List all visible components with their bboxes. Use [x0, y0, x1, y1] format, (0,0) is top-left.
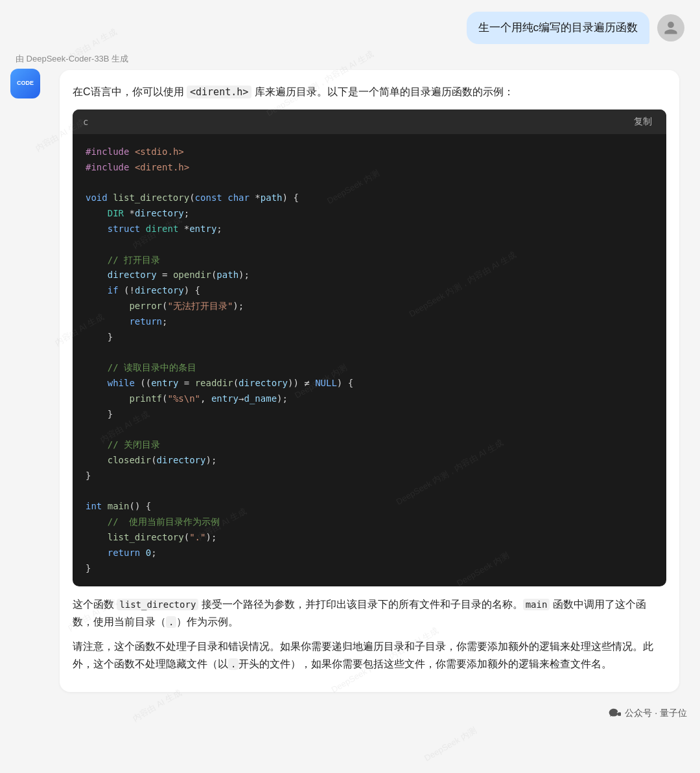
inline-code-list-directory: list_directory	[117, 599, 198, 610]
code-lang-label: c	[83, 117, 88, 127]
deepseek-logo: CODE	[10, 69, 40, 98]
bottom-bar: 公众号 · 量子位	[0, 700, 700, 730]
footer-paragraph-1: 这个函数 list_directory 接受一个路径为参数，并打印出该目录下的所…	[73, 595, 666, 630]
wechat-label: 公众号 · 量子位	[625, 708, 687, 719]
footer-paragraph-2: 请注意，这个函数不处理子目录和错误情况。如果你需要递归地遍历目录和子目录，你需要…	[73, 638, 666, 673]
code-block-header: c 复制	[73, 110, 666, 134]
source-label: 由 DeepSeek-Coder-33B 生成	[0, 49, 700, 67]
user-message-text: 生一个用纯c编写的目录遍历函数	[478, 21, 638, 34]
person-icon	[663, 20, 679, 36]
inline-code-main: main	[523, 599, 550, 610]
code-pre: #include <stdio.h> #include <dirent.h> v…	[86, 144, 653, 576]
response-footer-text: 这个函数 list_directory 接受一个路径为参数，并打印出该目录下的所…	[73, 595, 666, 673]
deepseek-logo-text: CODE	[17, 80, 34, 87]
copy-button[interactable]: 复制	[630, 115, 656, 129]
code-content: #include <stdio.h> #include <dirent.h> v…	[73, 134, 666, 586]
code-block: c 复制 #include <stdio.h> #include <dirent…	[73, 110, 666, 586]
user-message-bubble: 生一个用纯c编写的目录遍历函数	[467, 12, 650, 44]
chat-header: 生一个用纯c编写的目录遍历函数	[0, 0, 700, 49]
response-row: CODE 在C语言中，你可以使用 <dirent.h> 库来遍历目录。以下是一个…	[0, 67, 700, 700]
inline-code-dirent: <dirent.h>	[187, 86, 251, 98]
inline-code-dot2: .	[228, 658, 239, 670]
wechat-badge: 公众号 · 量子位	[607, 706, 687, 721]
response-container: 在C语言中，你可以使用 <dirent.h> 库来遍历目录。以下是一个简单的目录…	[60, 70, 679, 692]
inline-code-dot: .	[166, 616, 176, 628]
user-avatar	[657, 14, 684, 41]
response-intro: 在C语言中，你可以使用 <dirent.h> 库来遍历目录。以下是一个简单的目录…	[73, 83, 666, 101]
wechat-icon	[607, 706, 621, 721]
